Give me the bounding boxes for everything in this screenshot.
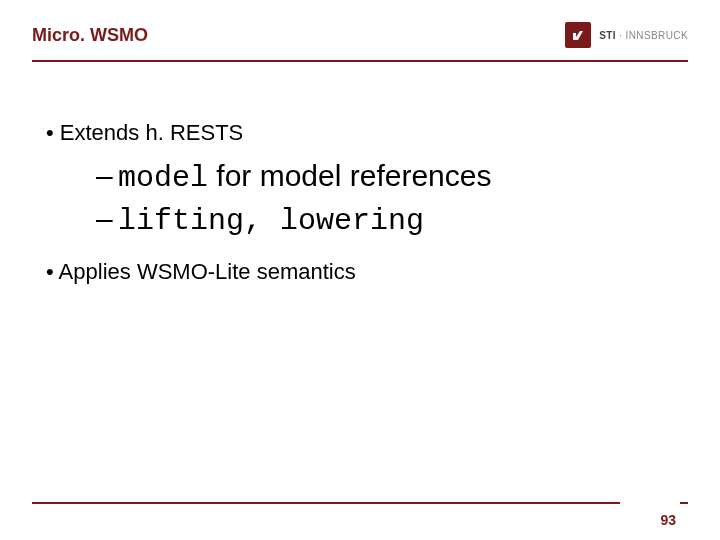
bullet-level1: Applies WSMO-Lite semantics: [40, 259, 680, 285]
bullet-level2-group: –model for model references –lifting, lo…: [40, 156, 680, 241]
slide-title: Micro. WSMO: [32, 25, 148, 46]
bullet-level2: –model for model references: [96, 156, 680, 199]
slide-body: Extends h. RESTS –model for model refere…: [40, 120, 680, 295]
bullet-level1: Extends h. RESTS: [40, 120, 680, 146]
page-number: 93: [660, 512, 676, 528]
logo-text-secondary: INNSBRUCK: [626, 30, 689, 41]
institution-logo: STI · INNSBRUCK: [565, 22, 688, 48]
bullet-text: Applies WSMO-Lite semantics: [59, 259, 356, 284]
code-text: lifting, lowering: [118, 204, 424, 238]
bullet-level2: –lifting, lowering: [96, 199, 680, 242]
footer-divider-gap: [620, 501, 680, 505]
bullet-text: Extends h. RESTS: [60, 120, 243, 145]
logo-mark-icon: [565, 22, 591, 48]
dash-icon: –: [96, 199, 118, 240]
footer-divider: [32, 502, 688, 504]
code-text: model: [118, 161, 208, 195]
dash-icon: –: [96, 156, 118, 197]
bullet-text: for model references: [208, 159, 491, 192]
slide-header: Micro. WSMO STI · INNSBRUCK: [32, 22, 688, 48]
header-divider: [32, 60, 688, 62]
slide: Micro. WSMO STI · INNSBRUCK Extends h. R…: [0, 0, 720, 540]
logo-text: STI · INNSBRUCK: [599, 30, 688, 41]
logo-text-primary: STI: [599, 30, 616, 41]
